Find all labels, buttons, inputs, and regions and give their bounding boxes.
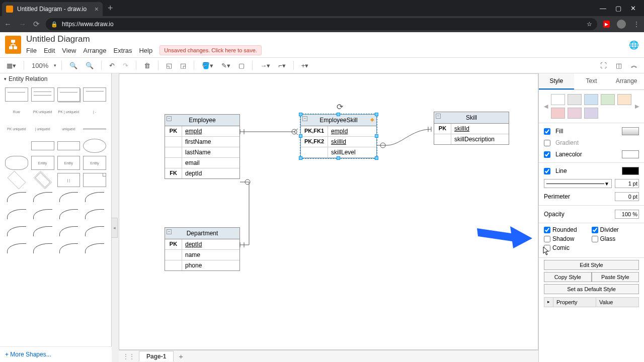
shape-conn12[interactable] xyxy=(83,224,106,238)
shape-conn2[interactable] xyxy=(31,190,54,204)
collapse-icon[interactable]: − xyxy=(167,116,172,121)
connection-icon[interactable]: →▾ xyxy=(258,60,273,71)
shape-conn1[interactable] xyxy=(5,190,28,204)
shape-entity3[interactable]: Entity xyxy=(83,156,106,170)
shape-hline[interactable] xyxy=(83,122,106,136)
shape-entity1[interactable]: Entity xyxy=(31,156,54,170)
delete-icon[interactable]: 🗑 xyxy=(141,60,153,71)
shape-row[interactable]: Row xyxy=(5,105,28,119)
color-swatch[interactable] xyxy=(568,94,582,105)
shape-header-blue[interactable] xyxy=(57,141,80,150)
glass-checkbox[interactable] xyxy=(592,236,598,242)
paste-style-button[interactable]: Paste Style xyxy=(592,272,639,282)
lanecolor-color[interactable] xyxy=(622,150,639,158)
menu-file[interactable]: File xyxy=(26,47,37,54)
shape-multi[interactable]: | | xyxy=(57,173,80,187)
undo-icon[interactable]: ↶ xyxy=(107,60,117,71)
edit-style-button[interactable]: Edit Style xyxy=(544,260,639,270)
line-color-icon[interactable]: ✎▾ xyxy=(219,60,233,71)
rotate-handle-icon[interactable]: ⟳ xyxy=(337,102,344,109)
resize-handle[interactable] xyxy=(337,113,340,116)
color-swatch[interactable] xyxy=(584,94,598,105)
fill-checkbox[interactable] xyxy=(544,128,550,135)
menu-arrange[interactable]: Arrange xyxy=(83,47,106,54)
menu-edit[interactable]: Edit xyxy=(44,47,55,54)
redo-icon[interactable]: ↷ xyxy=(120,60,131,71)
canvas[interactable]: ⟳ −Employee PKempId firstName lastName e… xyxy=(119,73,538,350)
shape-row4[interactable]: | - xyxy=(83,105,106,119)
shape-empty1[interactable] xyxy=(5,139,28,153)
swatch-next-icon[interactable]: ▶ xyxy=(635,103,639,110)
resize-handle[interactable] xyxy=(375,156,378,160)
shape-conn11[interactable] xyxy=(57,224,80,238)
shape-table2[interactable] xyxy=(31,87,54,102)
shape-conn5[interactable] xyxy=(5,207,28,221)
shape-relation1[interactable] xyxy=(8,171,26,190)
unsaved-warning[interactable]: Unsaved changes. Click here to save. xyxy=(159,45,262,55)
document-title[interactable]: Untitled Diagram xyxy=(26,34,262,44)
browser-menu-icon[interactable]: ⋮ xyxy=(633,20,640,28)
shape-conn15[interactable] xyxy=(57,241,80,255)
shape-table4[interactable] xyxy=(83,87,106,102)
collapse-icon[interactable]: − xyxy=(436,114,441,119)
shape-conn7[interactable] xyxy=(57,207,80,221)
menu-extras[interactable]: Extras xyxy=(114,47,132,54)
more-shapes-button[interactable]: + More Shapes... xyxy=(0,346,112,362)
copy-style-button[interactable]: Copy Style xyxy=(544,272,592,282)
shadow-icon[interactable]: ▢ xyxy=(236,60,247,71)
shape-conn6[interactable] xyxy=(31,207,54,221)
color-swatch[interactable] xyxy=(617,94,631,105)
collapse-icon[interactable]: − xyxy=(167,229,172,234)
zoom-out-icon[interactable]: 🔍 xyxy=(83,60,96,71)
menu-view[interactable]: View xyxy=(62,47,76,54)
fill-color[interactable] xyxy=(622,127,639,135)
shape-conn14[interactable] xyxy=(31,241,54,255)
gradient-checkbox[interactable] xyxy=(544,140,550,146)
shape-note[interactable] xyxy=(83,173,106,187)
shape-row3[interactable]: PK | uniqueid xyxy=(57,105,80,119)
expand-icon[interactable]: ▸ xyxy=(544,298,553,307)
line-checkbox[interactable] xyxy=(544,168,550,174)
lanecolor-checkbox[interactable] xyxy=(544,151,550,158)
entity-department[interactable]: −Department PKdeptId name phone xyxy=(165,227,240,271)
opacity-input[interactable] xyxy=(615,210,639,219)
shape-row2[interactable]: PK uniqueid xyxy=(31,105,54,119)
entity-employeeskill[interactable]: −EmployeeSkill◆ PK,FK1empId PK,FK2skillI… xyxy=(300,114,377,158)
line-style-select[interactable]: ▼ xyxy=(544,179,612,188)
fill-color-icon[interactable]: 🪣▾ xyxy=(199,60,216,71)
rounded-checkbox[interactable] xyxy=(544,227,550,233)
shape-row5[interactable]: PK uniqueid xyxy=(5,122,28,136)
collapse-icon[interactable]: ︽ xyxy=(628,59,640,71)
entity-skill[interactable]: −Skill PKskillId skillDescription xyxy=(434,112,509,145)
resize-handle[interactable] xyxy=(299,113,302,116)
shape-attribute[interactable] xyxy=(83,139,106,153)
browser-tab[interactable]: Untitled Diagram - draw.io × xyxy=(2,2,103,16)
shape-row7[interactable]: uniqueid xyxy=(57,122,80,136)
color-swatch[interactable] xyxy=(551,108,565,119)
color-swatch[interactable] xyxy=(551,94,565,105)
shadow-checkbox[interactable] xyxy=(544,236,550,242)
zoom-level[interactable]: 100% xyxy=(29,60,51,71)
shape-conn9[interactable] xyxy=(5,224,28,238)
format-panel-icon[interactable]: ◫ xyxy=(613,59,624,71)
maximize-icon[interactable]: ▢ xyxy=(615,5,621,12)
shape-entity2[interactable]: Entity xyxy=(57,156,80,170)
to-back-icon[interactable]: ◲ xyxy=(178,60,189,71)
resize-handle[interactable] xyxy=(375,134,378,138)
resize-handle[interactable] xyxy=(375,113,378,116)
line-color[interactable] xyxy=(622,167,639,175)
shape-conn8[interactable] xyxy=(83,207,106,221)
zoom-in-icon[interactable]: 🔍 xyxy=(67,60,80,71)
new-tab-button[interactable]: + xyxy=(108,3,113,14)
swatch-prev-icon[interactable]: ◀ xyxy=(544,103,548,110)
menu-help[interactable]: Help xyxy=(139,47,152,54)
shape-table3[interactable] xyxy=(57,87,80,102)
app-logo-icon[interactable] xyxy=(5,36,21,54)
comic-checkbox[interactable] xyxy=(544,245,550,251)
resize-handle[interactable] xyxy=(337,156,340,160)
page-drag-icon[interactable]: ⋮⋮ xyxy=(119,353,139,360)
shape-conn10[interactable] xyxy=(31,224,54,238)
color-swatch[interactable] xyxy=(568,108,582,119)
color-swatch[interactable] xyxy=(584,108,598,119)
set-default-style-button[interactable]: Set as Default Style xyxy=(544,284,639,294)
